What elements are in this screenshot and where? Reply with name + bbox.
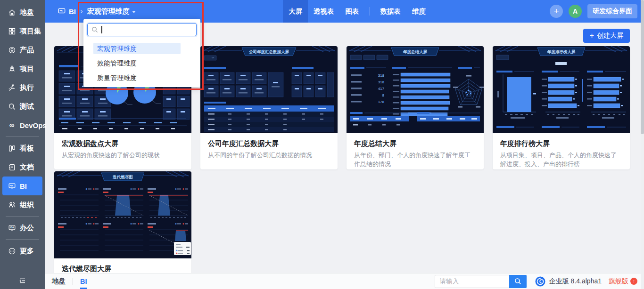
- create-bigscreen-button[interactable]: + 创建大屏: [583, 29, 630, 43]
- svg-text:迭代燃尽图: 迭代燃尽图: [112, 175, 133, 179]
- sidebar-item-dashboard[interactable]: 地盘: [0, 3, 45, 22]
- edition-label: 企业版 8.4.alpha1: [549, 277, 602, 286]
- upgrade-arrow-badge[interactable]: ↑: [630, 278, 637, 285]
- search-icon: [514, 278, 521, 285]
- dimension-option-efficiency[interactable]: 效能管理维度: [93, 57, 181, 69]
- sidebar-item-kanban[interactable]: 看板: [0, 139, 45, 158]
- breadcrumb: BI › 宏观管理维度: [45, 7, 136, 16]
- card-info: 宏观数据盘点大屏 从宏观的角度快速的了解公司的现状: [54, 133, 191, 169]
- card-thumbnail-annual-summary: 公司年度汇总数据大屏: [200, 46, 338, 133]
- tab-datatable[interactable]: 数据表: [375, 0, 407, 23]
- card-info: 年度总结大屏 从年份、部门、个人的角度快速了解年度工作总结的情况: [347, 133, 484, 169]
- svg-text:178: 178: [378, 100, 385, 104]
- tab-divider: [370, 7, 370, 16]
- tab-dimension[interactable]: 维度: [406, 0, 431, 23]
- footer-tab-bi[interactable]: BI: [80, 273, 87, 289]
- sidebar-item-label: 组织: [20, 201, 34, 209]
- sidebar-item-label: 产品: [20, 46, 34, 55]
- card-title: 迭代燃尽图大屏: [62, 265, 184, 273]
- sidebar-item-label: 更多: [20, 247, 34, 256]
- sidebar-item-oa[interactable]: OA 办公: [0, 218, 45, 237]
- sidebar-item-label: 文档: [20, 163, 34, 172]
- upgrade-link[interactable]: 旗舰版: [609, 277, 628, 286]
- sidebar-item-execution[interactable]: 执行: [0, 78, 45, 97]
- sidebar-item-test[interactable]: 测试: [0, 97, 45, 116]
- footer-tab-divider: [73, 278, 73, 285]
- sidebar-item-devops[interactable]: ∞ DevOps: [0, 116, 45, 135]
- card-title: 年度排行榜大屏: [500, 139, 622, 148]
- avatar[interactable]: A: [569, 5, 582, 18]
- sidebar-item-label: 执行: [20, 83, 34, 92]
- add-button[interactable]: +: [550, 5, 563, 18]
- card-burndown[interactable]: 迭代燃尽图: [54, 171, 191, 289]
- current-dimension-label: 宏观管理维度: [87, 7, 130, 16]
- doc-icon: [8, 163, 16, 171]
- svg-text:8: 8: [382, 93, 385, 97]
- dimension-search-input[interactable]: [87, 23, 197, 36]
- header-right-controls: + A 研发综合界面: [550, 0, 637, 23]
- sidebar-item-label: 地盘: [20, 8, 34, 17]
- card-info: 公司年度汇总数据大屏 从不同的年份了解公司汇总数据的情况: [200, 133, 338, 169]
- dimension-option-macro[interactable]: 宏观管理维度: [93, 43, 181, 54]
- footer-search-button[interactable]: [509, 275, 527, 288]
- collapse-icon: [18, 277, 26, 285]
- footer-search-input[interactable]: [435, 275, 509, 288]
- sidebar-item-label: DevOps: [20, 121, 47, 129]
- sidebar-divider: [6, 216, 39, 217]
- dimension-dropdown-panel: 宏观管理维度 效能管理维度 质量管理维度: [83, 19, 200, 87]
- sidebar-item-more[interactable]: 更多: [0, 241, 45, 260]
- test-magnifier-icon: [8, 102, 16, 111]
- card-title: 宏观数据盘点大屏: [62, 139, 184, 148]
- program-grid-icon: [8, 27, 16, 35]
- sidebar-item-org[interactable]: 组织: [0, 195, 45, 214]
- page-scrollbar-thumb[interactable]: [641, 0, 644, 134]
- card-title: 年度总结大屏: [354, 139, 476, 148]
- card-annual-report[interactable]: 年度总结大屏 318 318 417 8 178: [347, 46, 484, 169]
- sidebar-item-program[interactable]: 项目集: [0, 22, 45, 40]
- svg-text:318: 318: [378, 80, 385, 84]
- page-scrollbar[interactable]: [641, 0, 644, 289]
- svg-text:OA: OA: [10, 226, 14, 229]
- search-icon: [91, 26, 98, 33]
- breadcrumb-separator-icon: ›: [80, 7, 83, 16]
- footer-right: 企业版 8.4.alpha1 旗舰版 ↑: [435, 275, 637, 288]
- card-desc: 从宏观的角度快速的了解公司的现状: [62, 151, 184, 160]
- devops-infinity-icon: ∞: [8, 121, 16, 129]
- sidebar-divider: [6, 136, 39, 137]
- sidebar-item-project[interactable]: 项目: [0, 59, 45, 78]
- svg-text:年度排行榜大屏: 年度排行榜大屏: [547, 49, 576, 54]
- sidebar-item-label: 看板: [20, 144, 34, 153]
- sidebar-item-label: BI: [20, 182, 27, 190]
- dimension-option-quality[interactable]: 质量管理维度: [93, 72, 181, 83]
- create-bigscreen-label: 创建大屏: [597, 32, 623, 40]
- tab-bigscreen[interactable]: 大屏: [283, 0, 308, 23]
- product-bulb-icon: [8, 46, 16, 54]
- breadcrumb-app-bi[interactable]: BI: [58, 7, 76, 16]
- org-people-icon: [8, 201, 16, 209]
- sidebar-item-bi[interactable]: BI: [2, 177, 42, 195]
- zentao-logo-icon[interactable]: [535, 276, 545, 287]
- sidebar-divider: [6, 239, 39, 240]
- more-icon: [8, 247, 16, 255]
- execution-runner-icon: [8, 83, 16, 92]
- sidebar-item-doc[interactable]: 文档: [0, 158, 45, 177]
- svg-text:公司年度汇总数据大屏: 公司年度汇总数据大屏: [248, 49, 289, 54]
- sidebar-item-product[interactable]: 产品: [0, 40, 45, 59]
- card-thumbnail-annual-report: 年度总结大屏 318 318 417 8 178: [347, 46, 484, 133]
- card-annual-summary-data[interactable]: 公司年度汇总数据大屏: [200, 46, 338, 169]
- dimension-dropdown-trigger[interactable]: 宏观管理维度: [87, 7, 136, 16]
- sidebar-collapse-button[interactable]: [0, 272, 45, 289]
- kanban-icon: [8, 144, 16, 153]
- card-desc: 从项目集、项目、产品、个人的角度快速了解进度、投入、产出的排行榜: [500, 151, 622, 169]
- footer-tab-dashboard[interactable]: 地盘: [52, 273, 66, 289]
- sidebar-item-label: 测试: [20, 102, 34, 111]
- tab-pivot[interactable]: 透视表: [308, 0, 340, 23]
- card-annual-ranking[interactable]: 年度排行榜大屏: [493, 46, 630, 169]
- oa-monitor-icon: OA: [8, 224, 16, 232]
- bi-monitor-icon: [58, 7, 66, 16]
- bottom-bar: 地盘 BI 企业版 8.4.alpha1 旗舰版 ↑: [45, 273, 644, 289]
- card-info: 年度排行榜大屏 从项目集、项目、产品、个人的角度快速了解进度、投入、产出的排行榜: [493, 133, 630, 169]
- tab-chart[interactable]: 图表: [340, 0, 365, 23]
- chevron-down-icon: [132, 11, 136, 13]
- workspace-switch-button[interactable]: 研发综合界面: [587, 4, 637, 18]
